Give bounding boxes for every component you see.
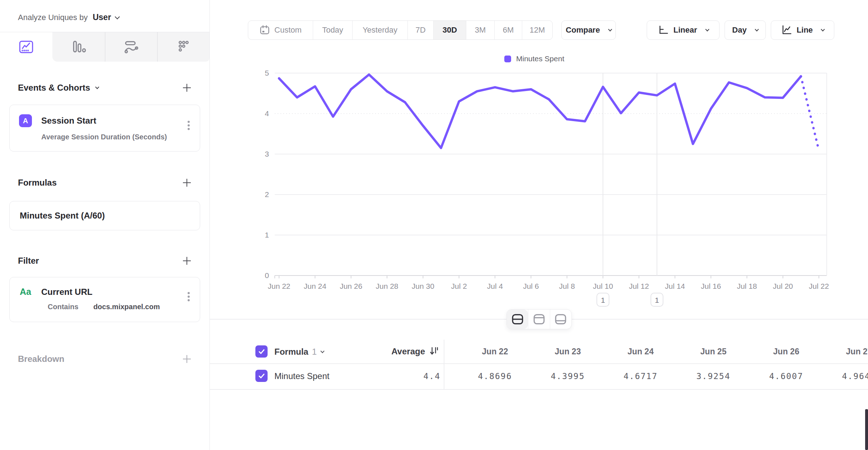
cell-value: 4.8696 bbox=[464, 372, 525, 381]
tab-insights-line[interactable] bbox=[0, 32, 52, 62]
x-tick-label: Jul 6 bbox=[523, 282, 539, 290]
chevron-down-icon bbox=[320, 349, 324, 353]
filter-value[interactable]: docs.mixpanel.com bbox=[93, 303, 160, 311]
tab-flows[interactable] bbox=[105, 32, 157, 62]
formulas-header: Formulas bbox=[18, 177, 192, 188]
y-tick-label: 0 bbox=[265, 271, 269, 279]
layout-split-button[interactable] bbox=[507, 310, 528, 329]
split-view-icon bbox=[511, 313, 524, 325]
event-card[interactable]: A Session Start Average Session Duration… bbox=[9, 105, 200, 152]
x-tick-label: Jul 10 bbox=[593, 282, 613, 290]
add-breakdown-button[interactable] bbox=[181, 354, 192, 364]
chevron-down-icon bbox=[115, 14, 120, 19]
more-options-icon[interactable] bbox=[188, 292, 190, 294]
filter-operator[interactable]: Contains bbox=[48, 303, 79, 311]
layout-chart-only-button[interactable] bbox=[528, 310, 549, 329]
breakdown-header: Breakdown bbox=[18, 354, 192, 364]
event-letter-badge: A bbox=[19, 114, 32, 127]
mixpanel-insights-app: Analyze Uniques by User bbox=[0, 0, 868, 450]
table-row-divider bbox=[210, 363, 868, 364]
analyze-uniques-label: Analyze Uniques by bbox=[18, 13, 88, 22]
cell-value: 4.6717 bbox=[610, 372, 671, 381]
filter-card[interactable]: Aa Current URL Contains docs.mixpanel.co… bbox=[9, 277, 200, 322]
formula-group-checkbox[interactable] bbox=[255, 345, 268, 358]
uniques-by-dropdown[interactable]: User bbox=[93, 13, 119, 22]
check-icon bbox=[257, 371, 266, 380]
average-label: Average bbox=[391, 346, 425, 356]
add-filter-button[interactable] bbox=[181, 255, 192, 266]
tab-retention[interactable] bbox=[157, 32, 209, 62]
string-property-icon: Aa bbox=[19, 287, 32, 297]
chevron-down-icon[interactable] bbox=[95, 85, 99, 89]
formula-group-label: Formula bbox=[274, 347, 308, 357]
layout-toggle bbox=[506, 309, 572, 329]
annotation-badge-label: 1 bbox=[601, 296, 605, 304]
bar-chart-icon bbox=[70, 39, 87, 55]
layout-table-only-button[interactable] bbox=[550, 310, 571, 329]
tab-bar-chart[interactable] bbox=[52, 32, 105, 62]
events-cohorts-title: Events & Cohorts bbox=[18, 83, 90, 93]
check-icon bbox=[257, 347, 266, 356]
formula-group-header[interactable]: Formula 1 bbox=[274, 347, 324, 357]
more-options-icon[interactable] bbox=[188, 121, 190, 123]
y-tick-label: 4 bbox=[265, 109, 269, 118]
formula-group-number: 1 bbox=[312, 347, 317, 357]
series-row-label[interactable]: Minutes Spent bbox=[274, 371, 329, 381]
report-main: CustomTodayYesterday7D30D3M6M12M Compare… bbox=[210, 0, 868, 450]
x-tick-label: Jul 20 bbox=[773, 282, 793, 290]
breakdown-title: Breakdown bbox=[18, 354, 64, 364]
table-column-divider bbox=[444, 340, 444, 389]
column-header-jun-26[interactable]: Jun 26 bbox=[756, 347, 817, 356]
flows-icon bbox=[123, 39, 139, 55]
x-tick-label: Jun 28 bbox=[376, 282, 398, 290]
column-header-jun-27[interactable]: Jun 27 bbox=[829, 347, 868, 356]
cell-value: 4.6007 bbox=[756, 372, 817, 381]
filter-title: Filter bbox=[18, 256, 39, 266]
x-tick-label: Jun 22 bbox=[268, 282, 290, 290]
formula-card[interactable]: Minutes Spent (A/60) bbox=[9, 201, 200, 230]
column-header-jun-25[interactable]: Jun 25 bbox=[683, 347, 744, 356]
x-tick-label: Jul 18 bbox=[737, 282, 757, 290]
formula-name: Minutes Spent (A/60) bbox=[20, 211, 105, 220]
event-aggregation[interactable]: Average Session Duration (Seconds) bbox=[10, 127, 200, 151]
analyze-uniques-bar: Analyze Uniques by User bbox=[0, 0, 209, 32]
sidebar: Analyze Uniques by User bbox=[0, 0, 210, 450]
series-checkbox[interactable] bbox=[255, 370, 268, 382]
x-tick-label: Jun 24 bbox=[304, 282, 326, 290]
x-tick-label: Jul 14 bbox=[665, 282, 685, 290]
bottom-bar-view-icon bbox=[554, 313, 567, 325]
event-name: Session Start bbox=[41, 116, 96, 126]
average-column-header[interactable]: Average bbox=[353, 346, 439, 357]
uniques-by-value: User bbox=[93, 13, 111, 22]
formulas-title: Formulas bbox=[18, 178, 57, 188]
add-event-button[interactable] bbox=[181, 82, 192, 93]
y-tick-label: 1 bbox=[265, 231, 269, 239]
x-tick-label: Jun 30 bbox=[412, 282, 434, 290]
sort-icon bbox=[429, 346, 439, 357]
line-chart[interactable]: 012345Jun 22Jun 24Jun 26Jun 28Jun 30Jul … bbox=[210, 0, 868, 450]
table-row-divider bbox=[210, 389, 868, 390]
vertical-scrollbar-thumb[interactable] bbox=[865, 409, 868, 450]
line-chart-icon bbox=[18, 39, 34, 55]
column-header-jun-24[interactable]: Jun 24 bbox=[610, 347, 671, 356]
top-bar-view-icon bbox=[533, 313, 546, 325]
x-tick-label: Jul 2 bbox=[451, 282, 467, 290]
column-header-jun-22[interactable]: Jun 22 bbox=[464, 347, 525, 356]
filter-header: Filter bbox=[18, 255, 192, 266]
cell-value: 4.9640 bbox=[829, 372, 868, 381]
x-tick-label: Jul 22 bbox=[809, 282, 829, 290]
annotation-badge-label: 1 bbox=[655, 296, 659, 304]
add-formula-button[interactable] bbox=[181, 177, 192, 188]
events-cohorts-header: Events & Cohorts bbox=[18, 82, 192, 93]
series-line-incomplete-dotted bbox=[801, 76, 819, 150]
x-tick-label: Jul 8 bbox=[559, 282, 575, 290]
x-tick-label: Jul 12 bbox=[629, 282, 649, 290]
series-line bbox=[279, 75, 801, 148]
x-tick-label: Jul 4 bbox=[487, 282, 503, 290]
column-header-jun-23[interactable]: Jun 23 bbox=[537, 347, 598, 356]
filter-property-name: Current URL bbox=[41, 287, 93, 297]
x-tick-label: Jul 16 bbox=[701, 282, 721, 290]
y-tick-label: 2 bbox=[265, 190, 269, 198]
x-tick-label: Jun 26 bbox=[340, 282, 362, 290]
chart-type-tabstrip bbox=[0, 32, 209, 62]
